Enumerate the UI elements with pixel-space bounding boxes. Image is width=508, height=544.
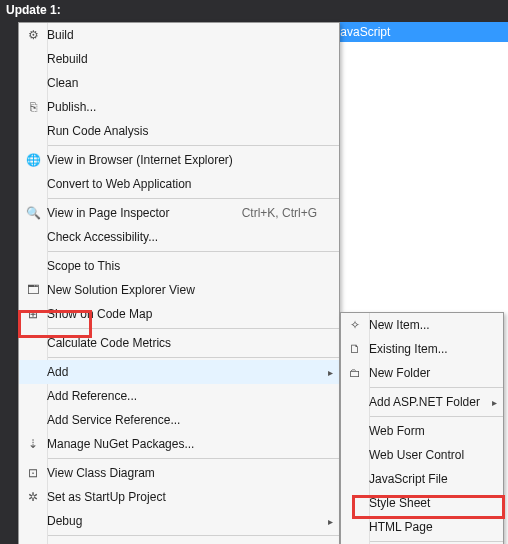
blank-icon <box>341 443 369 467</box>
blank-icon <box>19 331 47 355</box>
menu-item-label: Rebuild <box>47 52 317 66</box>
menu-item[interactable]: Add Reference... <box>19 384 339 408</box>
nuget-icon: ⇣ <box>19 432 47 456</box>
menu-separator <box>47 145 339 146</box>
menu-item-shortcut: Ctrl+K, Ctrl+G <box>222 206 317 220</box>
menu-item-label: Add <box>47 365 317 379</box>
blank-icon <box>19 225 47 249</box>
menu-item[interactable]: Clean <box>19 71 339 95</box>
menu-item[interactable]: 🗀New Folder <box>341 361 503 385</box>
blank-icon <box>19 384 47 408</box>
menu-item[interactable]: ✲Set as StartUp Project <box>19 485 339 509</box>
add-submenu[interactable]: ✧New Item...🗋Existing Item...🗀New Folder… <box>340 312 504 544</box>
submenu-arrow-icon: ▸ <box>328 516 333 527</box>
classdiag-icon: ⊡ <box>19 461 47 485</box>
header-title: Update 1: <box>6 3 61 17</box>
menu-item[interactable]: Convert to Web Application <box>19 172 339 196</box>
menu-item[interactable]: ⎘Publish... <box>19 95 339 119</box>
menu-item[interactable]: Web Form <box>341 419 503 443</box>
menu-item[interactable]: ⇣Manage NuGet Packages... <box>19 432 339 456</box>
menu-item-label: View in Browser (Internet Explorer) <box>47 153 317 167</box>
menu-item[interactable]: Rebuild <box>19 47 339 71</box>
blank-icon <box>19 408 47 432</box>
menu-item-label: Check Accessibility... <box>47 230 317 244</box>
menu-item-label: Style Sheet <box>369 496 481 510</box>
menu-item-label: JavaScript File <box>369 472 481 486</box>
menu-item[interactable]: Add▸ <box>19 360 339 384</box>
menu-item-label: Show on Code Map <box>47 307 317 321</box>
menu-item[interactable]: Debug▸ <box>19 509 339 533</box>
menu-item-label: Debug <box>47 514 317 528</box>
menu-item[interactable]: 🗔New Solution Explorer View <box>19 278 339 302</box>
menu-item[interactable]: Run Code Analysis <box>19 119 339 143</box>
menu-item[interactable]: ⚙Build <box>19 23 339 47</box>
folder-icon: 🗀 <box>341 361 369 385</box>
menu-item[interactable]: ✧New Item... <box>341 313 503 337</box>
menu-separator <box>369 416 503 417</box>
blank-icon <box>19 509 47 533</box>
menu-separator <box>369 541 503 542</box>
menu-item[interactable]: Add Service Reference... <box>19 408 339 432</box>
blank-icon <box>341 467 369 491</box>
menu-item-label: View in Page Inspector <box>47 206 222 220</box>
menu-item[interactable]: 🗋Existing Item... <box>341 337 503 361</box>
menu-item[interactable]: Add ASP.NET Folder▸ <box>341 390 503 414</box>
blank-icon <box>19 254 47 278</box>
menu-separator <box>47 328 339 329</box>
menu-item-label: Set as StartUp Project <box>47 490 317 504</box>
menu-item[interactable]: 🔍View in Page InspectorCtrl+K, Ctrl+G <box>19 201 339 225</box>
blank-icon <box>19 47 47 71</box>
menu-item-label: Existing Item... <box>369 342 481 356</box>
blank-icon <box>341 491 369 515</box>
newitem-icon: ✧ <box>341 313 369 337</box>
menu-item-label: Clean <box>47 76 317 90</box>
menu-item[interactable]: ⊞Show on Code Map <box>19 302 339 326</box>
menu-item-label: Manage NuGet Packages... <box>47 437 317 451</box>
publish-icon: ⎘ <box>19 95 47 119</box>
sourcectrl-icon: ⎘ <box>19 538 47 544</box>
menu-separator <box>47 251 339 252</box>
menu-item[interactable]: Web User Control <box>341 443 503 467</box>
blank-icon <box>19 172 47 196</box>
inspector-icon: 🔍 <box>19 201 47 225</box>
menu-item-label: New Folder <box>369 366 481 380</box>
context-menu[interactable]: ⚙BuildRebuildClean⎘Publish...Run Code An… <box>18 22 340 544</box>
menu-item-label: View Class Diagram <box>47 466 317 480</box>
startup-icon: ✲ <box>19 485 47 509</box>
menu-item-label: Convert to Web Application <box>47 177 317 191</box>
menu-item-label: Scope to This <box>47 259 317 273</box>
menu-separator <box>47 535 339 536</box>
menu-separator <box>47 357 339 358</box>
menu-item-label: New Item... <box>369 318 481 332</box>
menu-item-label: New Solution Explorer View <box>47 283 317 297</box>
blank-icon <box>341 515 369 539</box>
build-icon: ⚙ <box>19 23 47 47</box>
menu-item[interactable]: Style Sheet <box>341 491 503 515</box>
menu-item[interactable]: ⎘Add Solution to Source Control... <box>19 538 339 544</box>
menu-item[interactable]: HTML Page <box>341 515 503 539</box>
menu-item-label: Build <box>47 28 317 42</box>
menu-item[interactable]: Check Accessibility... <box>19 225 339 249</box>
menu-item[interactable]: Scope to This <box>19 254 339 278</box>
submenu-arrow-icon: ▸ <box>492 397 497 408</box>
existitem-icon: 🗋 <box>341 337 369 361</box>
menu-item-label: Add Service Reference... <box>47 413 317 427</box>
blank-icon <box>341 419 369 443</box>
menu-item[interactable]: JavaScript File <box>341 467 503 491</box>
menu-separator <box>47 198 339 199</box>
blank-icon <box>341 390 369 414</box>
newview-icon: 🗔 <box>19 278 47 302</box>
submenu-arrow-icon: ▸ <box>328 367 333 378</box>
menu-item-label: Web Form <box>369 424 481 438</box>
menu-item[interactable]: Calculate Code Metrics <box>19 331 339 355</box>
menu-item-label: Add ASP.NET Folder <box>369 395 481 409</box>
blank-icon <box>19 360 47 384</box>
menu-item-label: Publish... <box>47 100 317 114</box>
menu-item-label: Run Code Analysis <box>47 124 317 138</box>
menu-item-label: Calculate Code Metrics <box>47 336 317 350</box>
menu-item[interactable]: ⊡View Class Diagram <box>19 461 339 485</box>
menu-separator <box>369 387 503 388</box>
menu-item[interactable]: 🌐View in Browser (Internet Explorer) <box>19 148 339 172</box>
menu-separator <box>47 458 339 459</box>
window-header: Update 1: <box>0 0 508 22</box>
